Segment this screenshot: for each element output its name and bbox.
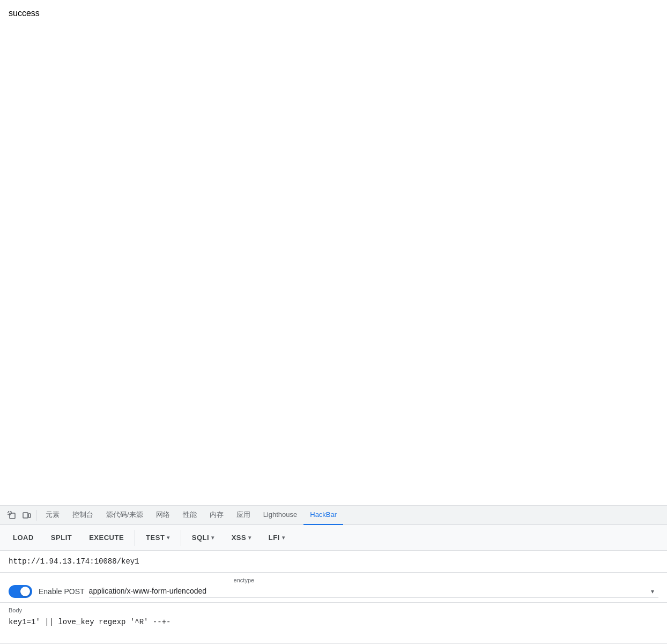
body-row: Body — [0, 603, 667, 644]
success-message: success — [9, 9, 40, 18]
test-button[interactable]: TEST ▾ — [137, 530, 179, 545]
toolbar-separator-2 — [181, 530, 181, 546]
tab-application[interactable]: 应用 — [230, 506, 257, 525]
toolbar-separator-1 — [135, 530, 135, 546]
tab-performance[interactable]: 性能 — [176, 506, 203, 525]
xss-chevron-icon: ▾ — [248, 535, 251, 541]
devtools-tab-bar: 元素 控制台 源代码/来源 网络 性能 内存 应用 Lighthouse Hac… — [0, 506, 667, 525]
enctype-section: enctype application/x-www-form-urlencode… — [89, 577, 658, 598]
post-enctype-row: Enable POST enctype application/x-www-fo… — [0, 573, 667, 603]
url-input[interactable] — [9, 555, 658, 568]
enctype-select-wrapper: application/x-www-form-urlencoded multip… — [89, 584, 658, 598]
hackbar-toolbar: LOAD SPLIT EXECUTE TEST ▾ SQLI ▾ XSS ▾ L… — [0, 525, 667, 551]
tab-lighthouse[interactable]: Lighthouse — [257, 506, 304, 525]
svg-rect-1 — [10, 513, 15, 519]
tab-separator — [36, 510, 37, 521]
tab-memory[interactable]: 内存 — [203, 506, 230, 525]
sqli-chevron-icon: ▾ — [211, 535, 214, 541]
tab-elements[interactable]: 元素 — [39, 506, 66, 525]
devtools-panel: 元素 控制台 源代码/来源 网络 性能 内存 应用 Lighthouse Hac… — [0, 505, 667, 644]
split-button[interactable]: SPLIT — [42, 530, 80, 545]
sqli-button[interactable]: SQLI ▾ — [183, 530, 223, 545]
enctype-label: enctype — [234, 577, 658, 583]
hackbar-content: Enable POST enctype application/x-www-fo… — [0, 551, 667, 644]
execute-button[interactable]: EXECUTE — [80, 530, 132, 545]
tab-console[interactable]: 控制台 — [66, 506, 100, 525]
svg-rect-3 — [28, 514, 31, 517]
page-content: success — [0, 0, 667, 332]
enable-post-label: Enable POST — [39, 587, 85, 596]
tab-source[interactable]: 源代码/来源 — [100, 506, 150, 525]
svg-rect-2 — [23, 513, 28, 518]
tab-network[interactable]: 网络 — [150, 506, 176, 525]
url-row — [0, 551, 667, 573]
lfi-chevron-icon: ▾ — [282, 535, 285, 541]
test-chevron-icon: ▾ — [167, 535, 170, 541]
inspect-element-icon[interactable] — [4, 508, 19, 523]
device-toggle-icon[interactable] — [19, 508, 34, 523]
lfi-button[interactable]: LFI ▾ — [260, 530, 294, 545]
body-label: Body — [9, 607, 658, 613]
load-button[interactable]: LOAD — [4, 530, 42, 545]
body-input[interactable] — [9, 616, 658, 637]
enable-post-toggle[interactable] — [9, 585, 32, 598]
enctype-select[interactable]: application/x-www-form-urlencoded multip… — [89, 584, 658, 598]
tab-hackbar[interactable]: HackBar — [303, 506, 343, 525]
xss-button[interactable]: XSS ▾ — [223, 530, 260, 545]
